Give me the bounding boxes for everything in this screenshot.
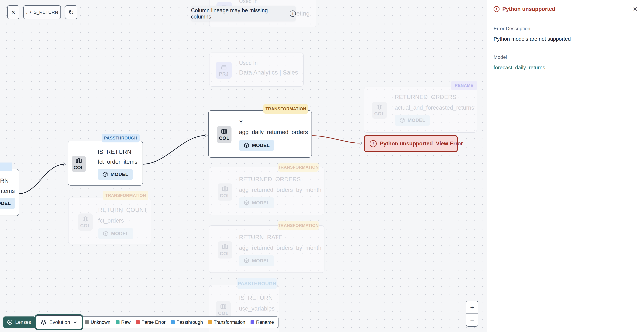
banner-text: Column lineage may be missing columns xyxy=(191,7,287,20)
edge-y-to-error xyxy=(312,136,360,143)
breadcrumb-label: .. / IS_RETURN xyxy=(26,9,58,15)
model-link[interactable]: forecast_daily_returns xyxy=(494,65,545,70)
node-badge-transformation: TRANSFORMATION xyxy=(103,191,148,200)
node-used-in-sales[interactable]: PRJ Used In Data Analytics | Sales xyxy=(209,52,304,87)
lineage-canvas[interactable]: PRJ Used In Data Analytics | Marketing P… xyxy=(0,0,487,332)
node-returned-orders-rename[interactable]: RENAME COL RETURNED_ORDERS actual_and_fo… xyxy=(364,87,477,133)
model-chip-label: MODEL xyxy=(408,117,425,123)
zoom-in-button[interactable]: + xyxy=(466,301,478,314)
panel-body: Error Description Python models are not … xyxy=(487,18,644,78)
node-badge-passthrough: PASSTHROUGH xyxy=(102,134,140,142)
model-chip: MODEL xyxy=(395,115,430,126)
node-badge-transformation: TRANSFORMATION xyxy=(263,104,308,114)
arrowhead-icon xyxy=(205,134,207,137)
node-badge-passthrough: PASSTHROUGH xyxy=(0,163,12,171)
panel-title: Python unsupported xyxy=(502,6,555,12)
node-fct-order-items[interactable]: PASSTHROUGH COL IS_RETURN fct_order_item… xyxy=(68,141,143,186)
columns-icon xyxy=(221,128,228,135)
node-title: Y xyxy=(239,118,243,125)
node-error-python-unsupported[interactable]: ! Python unsupported View Error xyxy=(364,135,458,152)
column-chip: COL xyxy=(372,102,387,119)
legend-item: Unknown xyxy=(85,320,110,325)
lenses-aperture-icon xyxy=(7,319,13,325)
node-agg-daily-returned-orders[interactable]: TRANSFORMATION COL Y agg_daily_returned_… xyxy=(208,110,312,158)
project-icon xyxy=(220,64,227,71)
model-cube-icon xyxy=(399,117,405,123)
refresh-icon: ↻ xyxy=(68,9,74,16)
node-agg-returned-orders-by-month[interactable]: TRANSFORMATION COL RETURNED_ORDERS agg_r… xyxy=(208,167,324,215)
legend-swatch-icon xyxy=(85,320,89,324)
model-cube-icon xyxy=(244,258,250,264)
node-title: IS_RETURN xyxy=(239,295,273,301)
close-icon: ✕ xyxy=(11,9,15,15)
node-subtitle: Data Analytics | Sales xyxy=(239,69,298,76)
node-left-partial[interactable]: IS_RETURN fct_order_items MODEL xyxy=(0,169,19,216)
chip-label: COL xyxy=(220,251,230,256)
refresh-button[interactable]: ↻ xyxy=(65,5,77,19)
model-chip-label: MODEL xyxy=(252,143,270,148)
error-node-label: Python unsupported xyxy=(380,140,433,147)
node-subtitle: use_variables xyxy=(239,305,275,312)
model-chip-label: MODEL xyxy=(252,258,270,264)
legend-item: Transformation xyxy=(208,320,245,325)
model-chip-label: MODEL xyxy=(110,172,128,177)
edge-isreturn-to-y xyxy=(143,135,205,164)
model-chip[interactable]: MODEL xyxy=(0,198,15,209)
chevron-down-icon xyxy=(73,320,78,325)
node-return-rate[interactable]: TRANSFORMATION COL RETURN_RATE agg_retur… xyxy=(208,225,324,273)
legend-item: Rename xyxy=(250,320,274,325)
legend-item: Raw xyxy=(116,320,131,325)
model-chip[interactable]: MODEL xyxy=(239,140,274,151)
chip-label: COL xyxy=(74,165,84,170)
legend-item: Parse Error xyxy=(136,320,166,325)
node-subtitle: agg_daily_returned_orders xyxy=(239,129,308,135)
view-error-link[interactable]: View Error xyxy=(436,140,463,147)
legend-swatch-icon xyxy=(136,320,140,324)
zoom-out-button[interactable]: − xyxy=(466,314,478,326)
node-subtitle: fct_orders xyxy=(98,217,124,224)
lenses-label: Lenses xyxy=(15,320,31,325)
node-badge-transformation: TRANSFORMATION xyxy=(278,163,319,172)
node-title: Used In xyxy=(239,60,258,66)
project-chip: PRJ xyxy=(216,62,232,79)
columns-icon xyxy=(220,303,226,310)
model-chip[interactable]: MODEL xyxy=(98,169,133,180)
node-title: RETURN_COUNT xyxy=(98,207,147,213)
column-chip: COL xyxy=(218,241,232,259)
error-description-label: Error Description xyxy=(494,26,638,31)
columns-icon xyxy=(76,158,82,164)
legend-label: Transformation xyxy=(214,320,245,325)
node-title: RETURN_RATE xyxy=(239,234,282,241)
node-title: IS_RETURN xyxy=(0,177,9,184)
chip-label: PRJ xyxy=(219,71,229,77)
node-badge-passthrough: PASSTHROUGH xyxy=(238,278,276,289)
lineage-legend: UnknownRawParse ErrorPassthroughTransfor… xyxy=(80,317,278,328)
legend-item: Passthrough xyxy=(171,320,203,325)
columns-icon xyxy=(222,186,228,192)
panel-header: ! Python unsupported ✕ xyxy=(487,0,644,18)
model-chip: MODEL xyxy=(98,228,133,239)
legend-swatch-icon xyxy=(171,320,175,324)
column-chip: COL xyxy=(72,156,86,172)
legend-swatch-icon xyxy=(208,320,212,324)
error-details-panel: ! Python unsupported ✕ Error Description… xyxy=(487,0,644,332)
close-lineage-button[interactable]: ✕ xyxy=(7,5,19,19)
column-chip: COL xyxy=(216,301,230,318)
layers-icon xyxy=(40,319,46,325)
columns-icon xyxy=(222,244,228,250)
lenses-button[interactable]: Lenses xyxy=(3,317,36,328)
node-title: RETURNED_ORDERS xyxy=(239,176,301,183)
chip-label: COL xyxy=(220,193,230,198)
lineage-warning-banner: Column lineage may be missing columns i xyxy=(191,6,296,21)
lens-mode-value: Evolution xyxy=(49,320,70,325)
breadcrumb[interactable]: .. / IS_RETURN xyxy=(24,5,61,19)
close-panel-icon[interactable]: ✕ xyxy=(633,6,638,12)
info-icon[interactable]: i xyxy=(290,10,296,17)
arrowhead-icon xyxy=(360,142,362,145)
edge-left-to-isreturn xyxy=(19,164,64,194)
model-cube-icon xyxy=(102,171,108,177)
lens-mode-dropdown[interactable]: Evolution xyxy=(36,315,82,329)
columns-icon xyxy=(82,216,89,222)
node-subtitle: agg_returned_orders_by_month xyxy=(239,187,322,193)
node-return-count[interactable]: TRANSFORMATION COL RETURN_COUNT fct_orde… xyxy=(68,198,151,244)
